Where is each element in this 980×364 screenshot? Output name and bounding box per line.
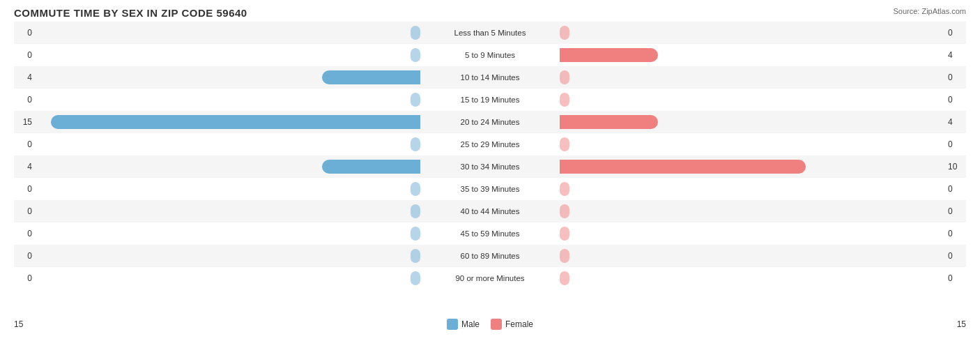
left-value: 0: [14, 273, 35, 283]
left-value: 4: [14, 162, 35, 172]
male-bar: [411, 227, 420, 241]
row-label: 60 to 89 Minutes: [420, 252, 560, 260]
bar-left-container: [35, 182, 420, 196]
male-legend-box: [447, 319, 458, 330]
female-bar: [560, 160, 806, 174]
male-bar: [322, 160, 420, 174]
male-bar: [411, 249, 420, 263]
bar-right-container: [560, 93, 945, 107]
chart-row: 0 15 to 19 Minutes 0: [14, 89, 966, 111]
male-bar: [411, 204, 420, 218]
bar-right-container: [560, 70, 945, 84]
right-value: 0: [945, 229, 966, 238]
chart-row: 0 35 to 39 Minutes 0: [14, 178, 966, 200]
chart-area: 0 Less than 5 Minutes 0 0 5 to 9 Minutes…: [14, 22, 966, 314]
chart-row: 4 10 to 14 Minutes 0: [14, 66, 966, 89]
row-label: 45 to 59 Minutes: [420, 229, 560, 238]
right-value: 0: [945, 73, 966, 82]
bar-left-container: [35, 70, 420, 84]
row-label: 20 to 24 Minutes: [420, 118, 560, 126]
bar-left-container: [35, 160, 420, 174]
left-value: 0: [14, 206, 35, 216]
chart-title: COMMUTE TIME BY SEX IN ZIP CODE 59640: [14, 7, 966, 19]
bar-right-container: [560, 204, 945, 218]
right-value: 4: [945, 117, 966, 127]
female-bar: [560, 26, 569, 40]
bar-left-container: [35, 249, 420, 263]
female-legend-box: [491, 319, 502, 330]
female-bar: [560, 204, 569, 218]
bar-left-container: [35, 227, 420, 241]
female-bar: [560, 70, 569, 84]
female-bar: [560, 115, 658, 129]
male-bar: [322, 70, 420, 84]
legend: Male Female: [447, 319, 533, 330]
row-label: 90 or more Minutes: [420, 274, 560, 282]
left-value: 0: [14, 95, 35, 105]
row-label: 15 to 19 Minutes: [420, 96, 560, 104]
legend-female: Female: [491, 319, 533, 330]
chart-row: 0 25 to 29 Minutes 0: [14, 133, 966, 156]
right-value: 0: [945, 184, 966, 194]
bar-left-container: [35, 115, 420, 129]
female-bar: [560, 249, 569, 263]
right-value: 0: [945, 273, 966, 283]
male-bar: [411, 182, 420, 196]
left-value: 0: [14, 50, 35, 60]
right-value: 4: [945, 50, 966, 60]
right-value: 0: [945, 206, 966, 216]
left-value: 15: [14, 117, 35, 127]
chart-row: 0 45 to 59 Minutes 0: [14, 222, 966, 245]
left-value: 0: [14, 184, 35, 194]
bar-right-container: [560, 115, 945, 129]
bar-left-container: [35, 271, 420, 285]
chart-row: 15 20 to 24 Minutes 4: [14, 111, 966, 133]
female-bar: [560, 93, 569, 107]
row-label: 40 to 44 Minutes: [420, 207, 560, 215]
chart-container: COMMUTE TIME BY SEX IN ZIP CODE 59640 So…: [0, 0, 980, 364]
bar-left-container: [35, 204, 420, 218]
row-label: 30 to 34 Minutes: [420, 162, 560, 171]
male-bar: [411, 93, 420, 107]
chart-row: 0 90 or more Minutes 0: [14, 267, 966, 289]
female-bar: [560, 182, 569, 196]
source-label: Source: ZipAtlas.com: [893, 7, 966, 15]
row-label: Less than 5 Minutes: [420, 29, 560, 37]
bar-right-container: [560, 249, 945, 263]
right-value: 0: [945, 95, 966, 105]
chart-row: 4 30 to 34 Minutes 10: [14, 156, 966, 178]
bar-right-container: [560, 137, 945, 151]
female-bar: [560, 271, 569, 285]
chart-row: 0 Less than 5 Minutes 0: [14, 22, 966, 44]
row-label: 5 to 9 Minutes: [420, 51, 560, 59]
chart-row: 0 40 to 44 Minutes 0: [14, 200, 966, 222]
bar-right-container: [560, 48, 945, 62]
bar-right-container: [560, 26, 945, 40]
bar-left-container: [35, 26, 420, 40]
right-value: 0: [945, 28, 966, 38]
footer-right-value: 15: [945, 319, 966, 329]
bar-left-container: [35, 48, 420, 62]
left-value: 0: [14, 139, 35, 149]
bar-right-container: [560, 160, 945, 174]
row-label: 25 to 29 Minutes: [420, 140, 560, 149]
female-bar: [560, 227, 569, 241]
footer-left-value: 15: [14, 319, 35, 329]
legend-male: Male: [447, 319, 480, 330]
bar-right-container: [560, 271, 945, 285]
male-bar: [411, 48, 420, 62]
row-label: 10 to 14 Minutes: [420, 73, 560, 82]
female-legend-label: Female: [505, 319, 533, 329]
bar-left-container: [35, 137, 420, 151]
right-value: 0: [945, 139, 966, 149]
male-bar: [411, 137, 420, 151]
male-bar: [411, 271, 420, 285]
bar-left-container: [35, 93, 420, 107]
row-label: 35 to 39 Minutes: [420, 185, 560, 193]
left-value: 0: [14, 229, 35, 238]
right-value: 10: [945, 162, 966, 172]
left-value: 0: [14, 28, 35, 38]
male-legend-label: Male: [461, 319, 480, 329]
left-value: 4: [14, 73, 35, 82]
male-bar: [51, 115, 420, 129]
